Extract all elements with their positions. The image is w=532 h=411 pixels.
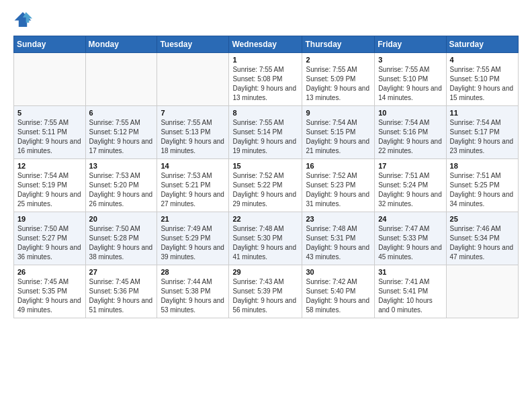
day-info: Sunrise: 7:54 AM Sunset: 5:16 PM Dayligh… xyxy=(378,118,442,156)
calendar-cell: 8Sunrise: 7:55 AM Sunset: 5:14 PM Daylig… xyxy=(229,106,302,159)
day-info: Sunrise: 7:49 AM Sunset: 5:29 PM Dayligh… xyxy=(161,224,225,262)
week-row-4: 19Sunrise: 7:50 AM Sunset: 5:27 PM Dayli… xyxy=(14,212,519,265)
day-number: 27 xyxy=(89,268,154,276)
calendar-cell: 2Sunrise: 7:55 AM Sunset: 5:09 PM Daylig… xyxy=(302,53,375,106)
day-info: Sunrise: 7:41 AM Sunset: 5:41 PM Dayligh… xyxy=(378,277,442,315)
calendar-cell: 1Sunrise: 7:55 AM Sunset: 5:08 PM Daylig… xyxy=(229,53,302,106)
day-number: 4 xyxy=(450,56,515,64)
calendar-cell: 30Sunrise: 7:42 AM Sunset: 5:40 PM Dayli… xyxy=(302,265,375,318)
calendar-cell: 23Sunrise: 7:48 AM Sunset: 5:31 PM Dayli… xyxy=(302,212,375,265)
day-number: 23 xyxy=(306,215,371,223)
weekday-sunday: Sunday xyxy=(14,36,86,53)
calendar-cell: 7Sunrise: 7:55 AM Sunset: 5:13 PM Daylig… xyxy=(157,106,229,159)
day-info: Sunrise: 7:46 AM Sunset: 5:34 PM Dayligh… xyxy=(450,224,515,262)
day-number: 13 xyxy=(89,162,154,170)
day-number: 7 xyxy=(161,109,225,117)
calendar-cell: 21Sunrise: 7:49 AM Sunset: 5:29 PM Dayli… xyxy=(157,212,229,265)
day-info: Sunrise: 7:51 AM Sunset: 5:24 PM Dayligh… xyxy=(378,171,442,209)
day-number: 26 xyxy=(17,268,82,276)
day-number: 15 xyxy=(232,162,298,170)
day-info: Sunrise: 7:55 AM Sunset: 5:14 PM Dayligh… xyxy=(232,118,298,156)
day-number: 3 xyxy=(378,56,442,64)
calendar-cell: 6Sunrise: 7:55 AM Sunset: 5:12 PM Daylig… xyxy=(85,106,157,159)
calendar-cell: 28Sunrise: 7:44 AM Sunset: 5:38 PM Dayli… xyxy=(157,265,229,318)
day-info: Sunrise: 7:55 AM Sunset: 5:13 PM Dayligh… xyxy=(161,118,225,156)
calendar-cell: 16Sunrise: 7:52 AM Sunset: 5:23 PM Dayli… xyxy=(302,159,375,212)
calendar-cell: 22Sunrise: 7:48 AM Sunset: 5:30 PM Dayli… xyxy=(229,212,302,265)
weekday-thursday: Thursday xyxy=(302,36,375,53)
weekday-wednesday: Wednesday xyxy=(229,36,302,53)
calendar-cell: 25Sunrise: 7:46 AM Sunset: 5:34 PM Dayli… xyxy=(446,212,518,265)
calendar-cell: 17Sunrise: 7:51 AM Sunset: 5:24 PM Dayli… xyxy=(375,159,446,212)
day-number: 24 xyxy=(378,215,442,223)
day-number: 2 xyxy=(306,56,371,64)
weekday-monday: Monday xyxy=(85,36,157,53)
day-number: 6 xyxy=(89,109,154,117)
day-info: Sunrise: 7:42 AM Sunset: 5:40 PM Dayligh… xyxy=(306,277,371,315)
calendar-cell: 11Sunrise: 7:54 AM Sunset: 5:17 PM Dayli… xyxy=(446,106,518,159)
calendar-cell: 13Sunrise: 7:53 AM Sunset: 5:20 PM Dayli… xyxy=(85,159,157,212)
logo xyxy=(13,10,35,29)
calendar-cell: 27Sunrise: 7:45 AM Sunset: 5:36 PM Dayli… xyxy=(85,265,157,318)
header xyxy=(13,10,519,29)
calendar-cell: 31Sunrise: 7:41 AM Sunset: 5:41 PM Dayli… xyxy=(375,265,446,318)
day-info: Sunrise: 7:55 AM Sunset: 5:09 PM Dayligh… xyxy=(306,65,371,103)
calendar-cell: 5Sunrise: 7:55 AM Sunset: 5:11 PM Daylig… xyxy=(14,106,86,159)
week-row-5: 26Sunrise: 7:45 AM Sunset: 5:35 PM Dayli… xyxy=(14,265,519,318)
day-info: Sunrise: 7:50 AM Sunset: 5:27 PM Dayligh… xyxy=(17,224,82,262)
day-info: Sunrise: 7:53 AM Sunset: 5:20 PM Dayligh… xyxy=(89,171,154,209)
logo-icon xyxy=(13,10,32,29)
day-info: Sunrise: 7:51 AM Sunset: 5:25 PM Dayligh… xyxy=(450,171,515,209)
calendar-cell: 9Sunrise: 7:54 AM Sunset: 5:15 PM Daylig… xyxy=(302,106,375,159)
calendar-cell: 15Sunrise: 7:52 AM Sunset: 5:22 PM Dayli… xyxy=(229,159,302,212)
day-number: 22 xyxy=(232,215,298,223)
calendar-cell: 18Sunrise: 7:51 AM Sunset: 5:25 PM Dayli… xyxy=(446,159,518,212)
day-info: Sunrise: 7:55 AM Sunset: 5:10 PM Dayligh… xyxy=(378,65,442,103)
day-info: Sunrise: 7:47 AM Sunset: 5:33 PM Dayligh… xyxy=(378,224,442,262)
week-row-1: 1Sunrise: 7:55 AM Sunset: 5:08 PM Daylig… xyxy=(14,53,519,106)
calendar-cell: 24Sunrise: 7:47 AM Sunset: 5:33 PM Dayli… xyxy=(375,212,446,265)
calendar-cell: 12Sunrise: 7:54 AM Sunset: 5:19 PM Dayli… xyxy=(14,159,86,212)
calendar-cell: 20Sunrise: 7:50 AM Sunset: 5:28 PM Dayli… xyxy=(85,212,157,265)
day-number: 10 xyxy=(378,109,442,117)
day-info: Sunrise: 7:48 AM Sunset: 5:31 PM Dayligh… xyxy=(306,224,371,262)
calendar-cell: 19Sunrise: 7:50 AM Sunset: 5:27 PM Dayli… xyxy=(14,212,86,265)
day-info: Sunrise: 7:55 AM Sunset: 5:08 PM Dayligh… xyxy=(232,65,298,103)
calendar: SundayMondayTuesdayWednesdayThursdayFrid… xyxy=(13,36,519,318)
page: SundayMondayTuesdayWednesdayThursdayFrid… xyxy=(0,0,532,411)
day-number: 11 xyxy=(450,109,515,117)
day-number: 31 xyxy=(378,268,442,276)
day-info: Sunrise: 7:45 AM Sunset: 5:35 PM Dayligh… xyxy=(17,277,82,315)
day-info: Sunrise: 7:43 AM Sunset: 5:39 PM Dayligh… xyxy=(232,277,298,315)
day-info: Sunrise: 7:55 AM Sunset: 5:10 PM Dayligh… xyxy=(450,65,515,103)
calendar-cell: 3Sunrise: 7:55 AM Sunset: 5:10 PM Daylig… xyxy=(375,53,446,106)
day-info: Sunrise: 7:48 AM Sunset: 5:30 PM Dayligh… xyxy=(232,224,298,262)
week-row-3: 12Sunrise: 7:54 AM Sunset: 5:19 PM Dayli… xyxy=(14,159,519,212)
day-number: 19 xyxy=(17,215,82,223)
day-info: Sunrise: 7:54 AM Sunset: 5:15 PM Dayligh… xyxy=(306,118,371,156)
day-number: 17 xyxy=(378,162,442,170)
weekday-header-row: SundayMondayTuesdayWednesdayThursdayFrid… xyxy=(14,36,519,53)
day-info: Sunrise: 7:52 AM Sunset: 5:22 PM Dayligh… xyxy=(232,171,298,209)
weekday-saturday: Saturday xyxy=(446,36,518,53)
calendar-cell: 26Sunrise: 7:45 AM Sunset: 5:35 PM Dayli… xyxy=(14,265,86,318)
weekday-tuesday: Tuesday xyxy=(157,36,229,53)
day-info: Sunrise: 7:52 AM Sunset: 5:23 PM Dayligh… xyxy=(306,171,371,209)
day-number: 5 xyxy=(17,109,82,117)
day-number: 29 xyxy=(232,268,298,276)
day-number: 14 xyxy=(161,162,225,170)
day-number: 21 xyxy=(161,215,225,223)
day-number: 30 xyxy=(306,268,371,276)
day-info: Sunrise: 7:55 AM Sunset: 5:12 PM Dayligh… xyxy=(89,118,154,156)
day-info: Sunrise: 7:53 AM Sunset: 5:21 PM Dayligh… xyxy=(161,171,225,209)
day-number: 28 xyxy=(161,268,225,276)
day-number: 12 xyxy=(17,162,82,170)
day-number: 25 xyxy=(450,215,515,223)
calendar-cell: 14Sunrise: 7:53 AM Sunset: 5:21 PM Dayli… xyxy=(157,159,229,212)
day-info: Sunrise: 7:55 AM Sunset: 5:11 PM Dayligh… xyxy=(17,118,82,156)
day-number: 16 xyxy=(306,162,371,170)
day-info: Sunrise: 7:44 AM Sunset: 5:38 PM Dayligh… xyxy=(161,277,225,315)
day-info: Sunrise: 7:54 AM Sunset: 5:19 PM Dayligh… xyxy=(17,171,82,209)
weekday-friday: Friday xyxy=(375,36,446,53)
calendar-cell xyxy=(446,265,518,318)
